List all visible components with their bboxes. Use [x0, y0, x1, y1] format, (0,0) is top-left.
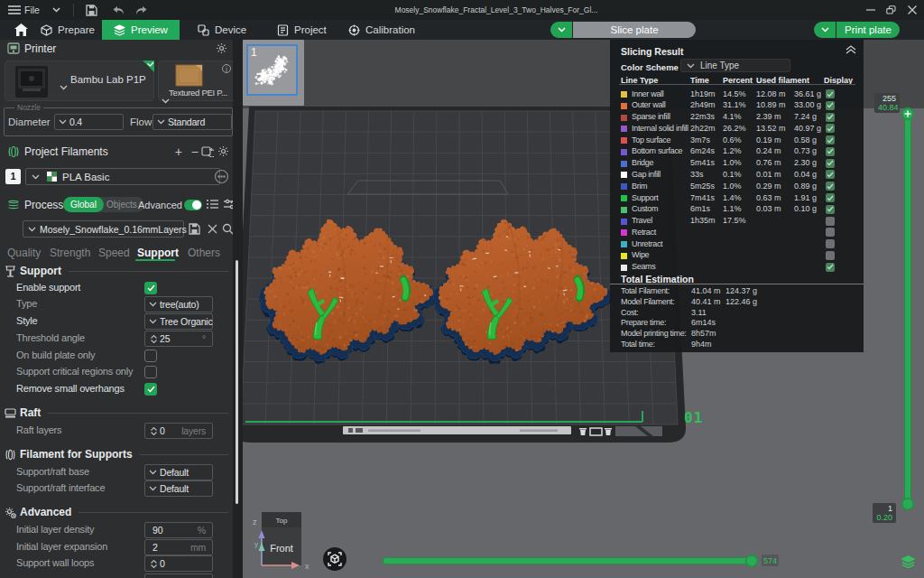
navcube-top-face[interactable]: Top	[276, 517, 288, 525]
printer-settings-gear-icon[interactable]	[216, 42, 227, 54]
spinner-threshold-angle[interactable]: 25°	[144, 331, 213, 347]
tab-preview[interactable]: Preview	[102, 20, 180, 40]
redo-icon[interactable]	[135, 5, 148, 15]
filament-slot-number[interactable]: 1	[5, 169, 21, 184]
plate-type-card[interactable]: iTextured PEI P...	[158, 61, 233, 101]
line-type-length: 13.52 m	[756, 124, 786, 133]
slice-plate-button[interactable]: Slice plate	[573, 22, 696, 38]
printer-card[interactable]: Bambu Lab P1P	[5, 61, 154, 101]
display-checkbox[interactable]	[826, 251, 835, 260]
display-checkbox[interactable]	[826, 159, 835, 168]
advanced-section-icon	[5, 507, 16, 518]
minimize-button[interactable]	[860, 0, 881, 20]
color-scheme-dropdown[interactable]: Line Type	[680, 59, 790, 72]
line-type-length: 0.24 m	[756, 146, 781, 155]
line-type-name: Unretract	[632, 239, 662, 248]
process-tab-speed[interactable]: Speed	[98, 247, 130, 259]
diameter-dropdown[interactable]: 0.4	[54, 114, 124, 130]
display-checkbox[interactable]	[826, 182, 835, 191]
display-checkbox[interactable]	[826, 124, 835, 133]
layer-slider-track[interactable]	[904, 114, 911, 504]
plate-thumbnail[interactable]: 1	[243, 40, 304, 106]
tab-device[interactable]: Device	[180, 20, 264, 40]
tab-calibration[interactable]: Calibration	[330, 20, 433, 40]
display-checkbox[interactable]	[826, 228, 835, 237]
checkbox-enable-support[interactable]	[144, 282, 157, 294]
tab-prepare[interactable]: Prepare	[28, 20, 107, 40]
search-icon[interactable]	[222, 223, 233, 235]
param-label: Raft layers	[16, 424, 61, 435]
filament-settings-gear-icon[interactable]	[217, 145, 229, 157]
input-initial-layer-density[interactable]: 90%	[144, 522, 213, 538]
filament-dropdown[interactable]: PLA Basic	[25, 168, 220, 185]
filament-edit-icon[interactable]	[214, 169, 229, 184]
sync-filament-icon[interactable]	[201, 145, 214, 157]
checkbox-on-build-plate-only[interactable]	[144, 350, 157, 362]
display-checkbox[interactable]	[826, 170, 835, 179]
process-tab-support[interactable]: Support	[137, 247, 179, 259]
scope-global-button[interactable]: Global	[63, 197, 104, 212]
save-preset-icon[interactable]	[189, 223, 200, 235]
print-plate-dropdown[interactable]	[814, 22, 836, 38]
display-checkbox[interactable]	[826, 135, 835, 144]
tune-settings-icon[interactable]	[224, 199, 233, 210]
close-button[interactable]	[901, 0, 922, 20]
view-list-icon[interactable]	[207, 199, 218, 210]
navigation-cube[interactable]: Top Front z y x	[251, 512, 314, 578]
dropdown-style[interactable]: Tree Organic	[144, 313, 213, 330]
menu-icon[interactable]	[8, 5, 21, 14]
dropdown-support-raft-base[interactable]: Default	[144, 464, 213, 480]
printer-name[interactable]: Bambu Lab P1P	[70, 74, 146, 85]
display-checkbox[interactable]	[826, 89, 835, 98]
collapse-panel-icon[interactable]	[845, 45, 856, 54]
navcube-front-face[interactable]: Front	[270, 543, 293, 554]
advanced-toggle[interactable]	[184, 200, 202, 210]
add-filament-button[interactable]: +	[175, 144, 182, 159]
process-tab-quality[interactable]: Quality	[7, 247, 41, 259]
main-tab-bar: PreparePreviewDeviceProjectCalibration	[0, 20, 924, 40]
print-plate-button[interactable]: Print plate	[836, 22, 900, 38]
file-menu-chevron-icon[interactable]	[52, 7, 61, 13]
fit-view-button[interactable]	[323, 547, 346, 571]
display-checkbox[interactable]	[826, 193, 835, 202]
checkbox-support-critical-regions-only[interactable]	[144, 366, 157, 378]
process-tab-strength[interactable]: Strength	[50, 247, 90, 259]
input-partial-bottom[interactable]	[144, 573, 213, 578]
input-initial-layer-expansion[interactable]: 2mm	[144, 539, 213, 555]
checkbox-remove-small-overhangs[interactable]	[144, 383, 157, 396]
display-checkbox[interactable]	[826, 101, 835, 110]
spinner-support-wall-loops[interactable]: 0	[144, 555, 213, 572]
layer-slider-top-handle[interactable]	[901, 107, 914, 120]
remove-filament-button[interactable]: −	[191, 144, 199, 159]
active-tab-underline	[135, 259, 175, 262]
flow-dropdown[interactable]: Standard	[152, 114, 232, 130]
process-tab-others[interactable]: Others	[188, 247, 220, 259]
step-slider-handle[interactable]	[745, 555, 758, 567]
process-tabs: QualityStrengthSpeedSupportOthers	[0, 247, 233, 263]
plate-type-name[interactable]: Textured PEI P...	[169, 88, 227, 98]
display-checkbox[interactable]	[826, 239, 835, 248]
step-slider-track[interactable]	[383, 557, 757, 564]
slice-plate-dropdown[interactable]	[550, 22, 572, 38]
file-menu[interactable]: File	[24, 5, 40, 15]
display-checkbox[interactable]	[826, 217, 835, 226]
param-label: Remove small overhangs	[16, 383, 125, 394]
line-type-row: Unretract	[610, 239, 864, 251]
spinner-raft-layers[interactable]: 0layers	[144, 423, 213, 439]
layer-slider-bottom-handle[interactable]	[901, 498, 914, 510]
save-icon[interactable]	[86, 5, 97, 16]
dropdown-type[interactable]: tree(auto)	[144, 296, 213, 312]
plate-info-icon[interactable]: i	[222, 64, 231, 73]
undo-icon[interactable]	[112, 5, 125, 15]
preset-dropdown[interactable]: Mosely_Snowflake_0.16mmLayers	[23, 220, 184, 238]
display-checkbox[interactable]	[826, 263, 835, 272]
layers-icon[interactable]	[901, 555, 915, 568]
display-checkbox[interactable]	[826, 113, 835, 122]
dropdown-support-raft-interface[interactable]: Default	[144, 480, 213, 497]
maximize-button[interactable]	[881, 0, 901, 20]
sidebar-scrollbar-thumb[interactable]	[236, 260, 238, 504]
clear-preset-icon[interactable]	[208, 224, 217, 234]
display-checkbox[interactable]	[826, 205, 835, 214]
display-checkbox[interactable]	[826, 147, 835, 156]
line-type-name: Inner wall	[632, 89, 664, 98]
